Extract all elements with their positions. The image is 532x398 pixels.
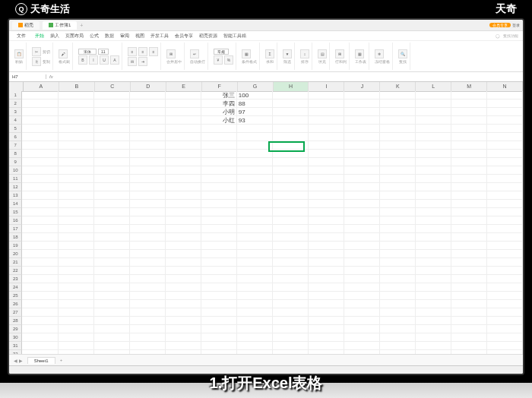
col-F[interactable]: F bbox=[202, 82, 238, 91]
cell[interactable] bbox=[166, 125, 201, 133]
cell[interactable] bbox=[22, 258, 58, 267]
cell[interactable] bbox=[201, 258, 237, 267]
cell[interactable] bbox=[416, 175, 451, 183]
cell[interactable] bbox=[380, 292, 416, 300]
currency-icon[interactable]: ¥ bbox=[214, 55, 223, 65]
cell[interactable] bbox=[380, 250, 416, 258]
cell[interactable] bbox=[237, 250, 273, 258]
cell[interactable] bbox=[416, 242, 451, 250]
cell[interactable] bbox=[416, 308, 451, 317]
cell[interactable] bbox=[380, 225, 416, 233]
cell[interactable] bbox=[309, 125, 344, 133]
cell[interactable] bbox=[487, 325, 523, 333]
member-pill[interactable]: 会员专享 bbox=[489, 23, 511, 27]
valign-icon[interactable]: ⊟ bbox=[128, 57, 137, 66]
cell[interactable] bbox=[487, 267, 523, 275]
cell[interactable] bbox=[94, 242, 130, 250]
menu-dev[interactable]: 开发工具 bbox=[150, 33, 169, 39]
cell[interactable] bbox=[416, 317, 451, 325]
cell[interactable] bbox=[22, 183, 58, 191]
cell[interactable] bbox=[22, 91, 58, 100]
row-header[interactable]: 30 bbox=[9, 333, 22, 342]
copy-icon[interactable]: ⎘ bbox=[32, 57, 41, 66]
cell[interactable] bbox=[451, 183, 487, 191]
cell[interactable] bbox=[380, 350, 416, 354]
cell[interactable] bbox=[380, 116, 416, 125]
cell[interactable] bbox=[59, 333, 94, 342]
cell[interactable] bbox=[487, 116, 523, 125]
cell[interactable] bbox=[130, 308, 166, 317]
cell[interactable] bbox=[59, 200, 94, 208]
cell[interactable] bbox=[416, 350, 451, 354]
cell[interactable] bbox=[59, 317, 94, 325]
cell[interactable] bbox=[201, 216, 237, 225]
cell[interactable] bbox=[166, 150, 201, 158]
cell[interactable] bbox=[237, 317, 273, 325]
cell[interactable] bbox=[166, 325, 201, 333]
cell[interactable] bbox=[380, 283, 416, 292]
cell[interactable] bbox=[487, 133, 523, 141]
cell[interactable] bbox=[59, 141, 94, 150]
cell[interactable] bbox=[273, 292, 309, 300]
cell[interactable] bbox=[22, 350, 58, 354]
cell[interactable] bbox=[451, 250, 487, 258]
cell[interactable] bbox=[22, 267, 58, 275]
cell[interactable] bbox=[22, 208, 58, 216]
cell[interactable] bbox=[451, 116, 487, 125]
cell[interactable] bbox=[22, 191, 58, 200]
cell[interactable] bbox=[130, 116, 166, 125]
cell[interactable] bbox=[309, 300, 344, 308]
cell[interactable] bbox=[237, 308, 273, 317]
cell[interactable] bbox=[130, 233, 166, 242]
row-header[interactable]: 3 bbox=[9, 108, 22, 116]
cell[interactable] bbox=[309, 317, 344, 325]
italic-icon[interactable]: I bbox=[89, 55, 98, 65]
cell[interactable] bbox=[22, 342, 58, 350]
cell[interactable] bbox=[130, 91, 166, 100]
cell[interactable] bbox=[130, 125, 166, 133]
cell[interactable] bbox=[487, 191, 523, 200]
menu-pdf[interactable]: 稻壳资源 bbox=[199, 33, 217, 39]
cell[interactable] bbox=[451, 150, 487, 158]
cell[interactable] bbox=[130, 333, 166, 342]
cell[interactable] bbox=[273, 250, 309, 258]
cell[interactable] bbox=[273, 275, 309, 283]
cell[interactable] bbox=[309, 275, 344, 283]
cell[interactable] bbox=[380, 325, 416, 333]
cell[interactable] bbox=[380, 175, 416, 183]
find-icon[interactable]: 🔍 bbox=[398, 49, 407, 58]
cell[interactable] bbox=[59, 166, 94, 175]
row-header[interactable]: 4 bbox=[9, 116, 22, 125]
cell[interactable] bbox=[22, 242, 58, 250]
cell[interactable] bbox=[487, 308, 523, 317]
cell[interactable] bbox=[94, 300, 130, 308]
cell[interactable] bbox=[94, 191, 130, 200]
cell[interactable] bbox=[451, 300, 487, 308]
cell[interactable] bbox=[201, 166, 237, 175]
row-header[interactable]: 32 bbox=[9, 350, 22, 354]
cell[interactable] bbox=[166, 175, 201, 183]
cell[interactable] bbox=[344, 108, 380, 116]
cell[interactable] bbox=[273, 342, 309, 350]
cell[interactable] bbox=[380, 158, 416, 166]
cell[interactable] bbox=[237, 283, 273, 292]
add-sheet-button[interactable]: + bbox=[60, 358, 63, 362]
cell[interactable] bbox=[273, 350, 309, 354]
cell[interactable] bbox=[94, 258, 130, 267]
cell[interactable] bbox=[94, 116, 130, 125]
cell[interactable] bbox=[380, 133, 416, 141]
cell[interactable] bbox=[451, 191, 487, 200]
cell[interactable] bbox=[344, 308, 380, 317]
cell[interactable] bbox=[166, 267, 201, 275]
row-header[interactable]: 19 bbox=[9, 242, 22, 250]
cell[interactable] bbox=[130, 200, 166, 208]
cell[interactable] bbox=[166, 233, 201, 242]
cell[interactable] bbox=[487, 200, 523, 208]
cell[interactable] bbox=[380, 208, 416, 216]
cell[interactable] bbox=[309, 308, 344, 317]
col-L[interactable]: L bbox=[416, 82, 451, 91]
cell[interactable] bbox=[59, 175, 94, 183]
cell[interactable] bbox=[487, 108, 523, 116]
row-header[interactable]: 8 bbox=[9, 150, 22, 158]
col-C[interactable]: C bbox=[95, 82, 131, 91]
